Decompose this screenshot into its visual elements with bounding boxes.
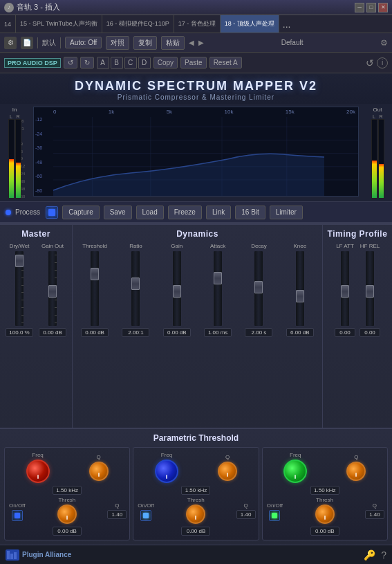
track-tab-16[interactable]: 16 - 模拟硬件EQ-110P — [102, 15, 174, 33]
track-tab-15[interactable]: 15 - SPL TwinTube人声均衡 — [16, 15, 102, 33]
ratio-handle[interactable] — [131, 278, 140, 290]
bottom-bar: Plugin Alliance 🔑 ? — [0, 545, 392, 564]
input-l-fill — [9, 159, 14, 199]
pt-band2-thresh-value-row: 0.00 dB — [136, 527, 255, 536]
attack-handle[interactable] — [214, 272, 222, 284]
pt-band2-thresh-knob[interactable] — [186, 504, 205, 524]
bit16-button[interactable]: 16 Bit — [235, 206, 265, 219]
threshold-handle[interactable] — [91, 268, 99, 280]
logo-svg — [7, 551, 18, 559]
gainout-fader-track[interactable] — [48, 251, 57, 327]
copy-preset-button[interactable]: Copy — [153, 57, 178, 69]
preset-d-button[interactable]: D — [138, 57, 151, 69]
title-bar: ♪ 音轨 3 - 插入 ─ □ ✕ — [0, 0, 392, 15]
decay-track[interactable] — [254, 251, 263, 327]
track-tab-18[interactable]: 18 - 顶级人声处理 — [221, 15, 279, 33]
auto-button[interactable]: Auto: Off — [65, 37, 102, 48]
undo-button[interactable]: ↺ — [64, 57, 77, 69]
save-button[interactable]: Save — [104, 206, 132, 219]
gain-track[interactable] — [172, 251, 182, 327]
plugin-body: DYNAMIC SPECTRUM MAPPER V2 Prismatic Com… — [0, 73, 392, 564]
preset-b-button[interactable]: B — [111, 57, 123, 69]
load-button[interactable]: Load — [136, 206, 164, 219]
gainout-handle[interactable] — [48, 285, 57, 298]
gear-icon[interactable]: ⚙ — [380, 38, 388, 48]
preset-a-button[interactable]: A — [97, 57, 109, 69]
pt-band3-freq-knob[interactable] — [283, 460, 307, 483]
nav-next[interactable]: ▶ — [198, 39, 204, 46]
pt-band1-thresh-knob[interactable] — [57, 504, 77, 524]
plugin-undo-icon[interactable]: ↺ — [366, 57, 374, 69]
capture-button[interactable]: Capture — [62, 206, 100, 219]
limiter-button[interactable]: Limiter — [270, 206, 303, 219]
input-r-meter — [15, 119, 21, 199]
knob-mark — [37, 475, 39, 479]
process-led[interactable] — [46, 206, 58, 219]
pt-band1-freq-knob[interactable] — [26, 460, 50, 483]
track-tabs: 14 15 - SPL TwinTube人声均衡 16 - 模拟硬件EQ-110… — [0, 15, 392, 33]
paste-preset-button[interactable]: Paste — [180, 57, 207, 69]
output-r-fill — [379, 164, 384, 198]
pt-band3-led[interactable] — [269, 510, 280, 521]
copy-button[interactable]: 复制 — [133, 36, 157, 50]
maximize-button[interactable]: □ — [366, 3, 376, 12]
input-l-channel: L — [8, 114, 15, 199]
threshold-value: 0.00 dB — [81, 328, 109, 337]
output-r-meter — [378, 119, 384, 199]
gain-handle[interactable] — [173, 285, 181, 298]
knee-track[interactable] — [295, 251, 305, 327]
pt-band1-freq-value-row: 1.50 kHz — [8, 486, 127, 495]
threshold-track[interactable] — [90, 251, 100, 327]
knob-mark-blue — [166, 475, 167, 479]
pt-band1-led[interactable] — [12, 510, 23, 521]
hf-rel-handle[interactable] — [366, 285, 374, 298]
pt-band-1: Freq Q 1.50 kHz — [4, 447, 130, 540]
redo-button[interactable]: ↻ — [80, 57, 94, 69]
attack-track[interactable] — [213, 251, 223, 327]
reset-button[interactable]: Reset A — [209, 57, 242, 69]
nav-prev[interactable]: ◀ — [189, 39, 194, 46]
input-r-label: R — [16, 114, 19, 119]
help-button[interactable]: ? — [381, 549, 386, 561]
drywet-fader-wrapper — [15, 251, 24, 327]
more-tabs-button[interactable]: ... — [279, 19, 295, 30]
close-button[interactable]: ✕ — [378, 3, 388, 12]
pt-band1-q-knob[interactable] — [89, 462, 109, 481]
toolbar-default-label: 默认 — [42, 38, 56, 48]
paste-button[interactable]: 粘贴 — [161, 36, 185, 50]
drywet-handle[interactable] — [15, 255, 24, 267]
link-button[interactable]: Link — [206, 206, 231, 219]
pt-band2-q-knob[interactable] — [218, 462, 237, 481]
pt-band3-thresh-group: Thresh — [315, 497, 335, 524]
dynamics-faders: Threshold 0.00 dB Ratio 2.00:1 — [75, 243, 319, 337]
pt-band2-onoff-label: On/Off — [138, 502, 153, 509]
hf-rel-track[interactable] — [365, 251, 375, 327]
pt-band2-freq-label: Freq — [161, 452, 172, 458]
window-container: ♪ 音轨 3 - 插入 ─ □ ✕ 14 15 - SPL TwinTube人声… — [0, 0, 392, 564]
pt-band2-led[interactable] — [140, 510, 151, 521]
title-bar-left: ♪ 音轨 3 - 插入 — [4, 2, 60, 12]
pt-band3-thresh-value-row: 0.00 dB — [265, 527, 384, 536]
preset-c-button[interactable]: C — [124, 57, 137, 69]
minimize-button[interactable]: ─ — [355, 3, 364, 12]
drywet-fader-track[interactable] — [15, 251, 24, 327]
bottom-bar-right: 🔑 ? — [364, 549, 386, 561]
master-title: Master — [3, 229, 69, 239]
hf-rel-col: HF REL 0.00 — [360, 243, 380, 337]
lf-att-track[interactable] — [340, 251, 350, 327]
info-button[interactable]: i — [377, 57, 388, 69]
knee-handle[interactable] — [296, 290, 304, 302]
pt-band2-freq-knob[interactable] — [155, 460, 178, 483]
dynamics-title: Dynamics — [75, 229, 319, 239]
track-tab-17[interactable]: 17 - 音色处理 — [174, 15, 221, 33]
ratio-track[interactable] — [131, 251, 140, 327]
track-tab-14[interactable]: 14 — [0, 15, 16, 33]
freeze-button[interactable]: Freeze — [168, 206, 202, 219]
output-l-label: L — [373, 114, 375, 119]
lf-att-handle[interactable] — [341, 285, 349, 298]
pt-band2-q2-label: Q — [244, 502, 248, 509]
decay-handle[interactable] — [254, 281, 263, 293]
match-button[interactable]: 对照 — [106, 36, 129, 50]
pt-band3-q-knob[interactable] — [346, 462, 366, 481]
pt-band3-thresh-knob[interactable] — [315, 504, 335, 524]
